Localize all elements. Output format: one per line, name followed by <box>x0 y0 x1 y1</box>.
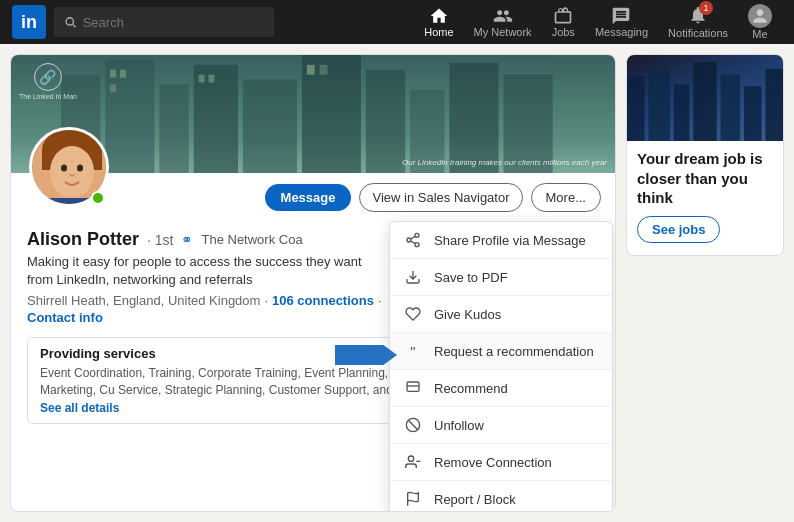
pdf-icon <box>404 268 422 286</box>
message-button[interactable]: Message <box>265 184 352 211</box>
svg-point-24 <box>77 165 83 172</box>
recommendation-arrow <box>335 345 397 365</box>
jobs-icon <box>553 6 573 26</box>
profile-degree: · 1st <box>147 232 173 248</box>
profile-network-name: The Network Coa <box>201 232 302 247</box>
dropdown-item-report[interactable]: Report / Block <box>390 481 612 512</box>
banner-logo-text: The Linked In Man <box>19 93 77 100</box>
share-icon <box>404 231 422 249</box>
messaging-label: Messaging <box>595 26 648 38</box>
recommendation-icon: " <box>404 342 422 360</box>
notification-badge: 1 <box>699 1 713 15</box>
dropdown-item-recommendation[interactable]: " Request a recommendation <box>390 333 612 370</box>
nav-item-network[interactable]: My Network <box>464 6 542 38</box>
profile-name: Alison Potter <box>27 229 139 250</box>
search-bar[interactable] <box>54 7 274 37</box>
dropdown-item-share[interactable]: Share Profile via Message <box>390 222 612 259</box>
svg-rect-41 <box>674 84 690 141</box>
network-icon <box>493 6 513 26</box>
search-icon <box>64 15 77 29</box>
home-icon <box>429 6 449 26</box>
pdf-label: Save to PDF <box>434 270 508 285</box>
svg-line-35 <box>408 420 417 429</box>
right-panel: Your dream job is closer than you think … <box>626 54 784 512</box>
profile-network-icon: ⚭ <box>181 232 193 248</box>
svg-rect-39 <box>627 77 645 141</box>
svg-line-30 <box>411 236 416 239</box>
ad-banner <box>627 55 783 141</box>
sales-navigator-button[interactable]: View in Sales Navigator <box>359 183 522 212</box>
recommend-icon <box>404 379 422 397</box>
svg-rect-42 <box>693 62 716 141</box>
nav-item-me[interactable]: Me <box>738 4 782 40</box>
svg-rect-40 <box>648 67 669 141</box>
svg-point-0 <box>66 18 73 25</box>
svg-rect-4 <box>159 85 189 174</box>
svg-rect-6 <box>243 80 297 173</box>
profile-location: Shirrell Heath, England, United Kingdom <box>27 293 260 308</box>
nav-item-notifications[interactable]: 1 Notifications <box>658 5 738 39</box>
jobs-label: Jobs <box>552 26 575 38</box>
svg-rect-14 <box>110 85 116 93</box>
svg-point-28 <box>415 243 419 247</box>
svg-rect-43 <box>721 75 741 141</box>
nav-items: Home My Network Jobs Messaging 1 Notific… <box>414 4 782 40</box>
svg-point-27 <box>407 238 411 242</box>
svg-rect-13 <box>120 70 126 78</box>
top-navigation: in Home My Network Jobs Messaging <box>0 0 794 44</box>
nav-item-messaging[interactable]: Messaging <box>585 6 658 38</box>
banner-tagline: Our LinkedIn training makes our clients … <box>402 158 607 167</box>
svg-line-29 <box>411 241 416 244</box>
share-label: Share Profile via Message <box>434 233 586 248</box>
ad-card: Your dream job is closer than you think … <box>626 54 784 256</box>
unfollow-icon <box>404 416 422 434</box>
me-label: Me <box>752 28 767 40</box>
svg-point-26 <box>415 233 419 237</box>
kudos-label: Give Kudos <box>434 307 501 322</box>
svg-rect-15 <box>199 75 205 83</box>
remove-icon <box>404 453 422 471</box>
nav-item-jobs[interactable]: Jobs <box>542 6 585 38</box>
svg-rect-44 <box>744 86 762 141</box>
svg-point-22 <box>50 146 94 198</box>
recommendation-label: Request a recommendation <box>434 344 594 359</box>
remove-label: Remove Connection <box>434 455 552 470</box>
banner-logo: 🔗 The Linked In Man <box>19 63 77 100</box>
dropdown-item-unfollow[interactable]: Unfollow <box>390 407 612 444</box>
svg-point-23 <box>61 165 67 172</box>
dropdown-item-recommend[interactable]: Recommend <box>390 370 612 407</box>
svg-rect-32 <box>407 382 419 391</box>
dropdown-item-remove[interactable]: Remove Connection <box>390 444 612 481</box>
svg-rect-16 <box>209 75 215 83</box>
search-input[interactable] <box>83 15 264 30</box>
main-content: 🔗 The Linked In Man Our LinkedIn trainin… <box>0 44 794 522</box>
profile-card: 🔗 The Linked In Man Our LinkedIn trainin… <box>10 54 616 512</box>
svg-point-36 <box>408 456 413 461</box>
recommend-label: Recommend <box>434 381 508 396</box>
messaging-icon <box>611 6 631 26</box>
banner-buildings-svg <box>61 55 615 173</box>
nav-item-home[interactable]: Home <box>414 6 463 38</box>
report-icon <box>404 490 422 508</box>
profile-actions: Message View in Sales Navigator More... <box>265 183 601 212</box>
svg-rect-17 <box>307 65 315 75</box>
me-avatar <box>748 4 772 28</box>
ad-headline: Your dream job is closer than you think <box>627 141 783 216</box>
svg-rect-18 <box>320 65 328 75</box>
avatar-icon <box>750 6 770 26</box>
more-button[interactable]: More... <box>531 183 601 212</box>
network-label: My Network <box>474 26 532 38</box>
profile-connections[interactable]: 106 connections <box>272 293 374 308</box>
svg-rect-10 <box>449 63 498 173</box>
svg-rect-8 <box>366 70 405 173</box>
linkedin-logo[interactable]: in <box>12 5 46 39</box>
notifications-label: Notifications <box>668 27 728 39</box>
unfollow-label: Unfollow <box>434 418 484 433</box>
svg-line-1 <box>73 24 76 27</box>
svg-rect-45 <box>765 69 783 141</box>
kudos-icon <box>404 305 422 323</box>
home-label: Home <box>424 26 453 38</box>
see-jobs-button[interactable]: See jobs <box>637 216 720 243</box>
dropdown-item-kudos[interactable]: Give Kudos <box>390 296 612 333</box>
dropdown-item-pdf[interactable]: Save to PDF <box>390 259 612 296</box>
